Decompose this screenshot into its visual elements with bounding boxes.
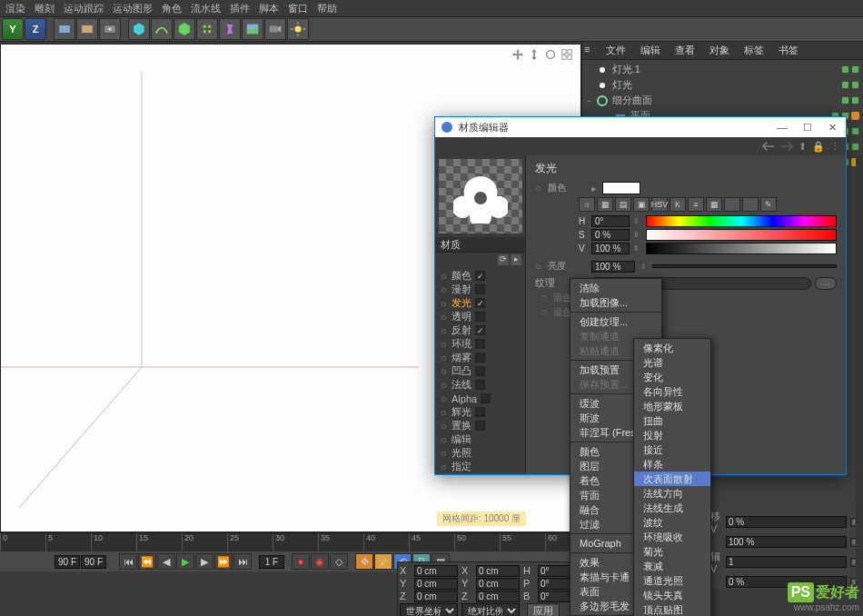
channel-row[interactable]: ○发光✓ (435, 296, 525, 310)
tab[interactable]: 编辑 (633, 42, 668, 59)
val-slider[interactable] (646, 243, 837, 254)
tab[interactable]: 文件 (599, 42, 633, 59)
channel-row[interactable]: ○漫射 (435, 283, 525, 296)
render-settings-icon[interactable] (99, 18, 121, 40)
picker-mode-button[interactable]: ▣ (633, 197, 650, 212)
channel-row[interactable]: ○透明 (435, 310, 525, 323)
menu-item[interactable]: 顶点贴图 (634, 602, 710, 616)
channel-checkbox[interactable]: ✓ (475, 271, 485, 281)
window-titlebar[interactable]: 材质编辑器 — ☐ ✕ (435, 117, 846, 137)
channel-row[interactable]: ○法线 (435, 378, 525, 392)
environment-icon[interactable] (242, 18, 263, 40)
channel-checkbox[interactable] (475, 366, 485, 376)
render-icon[interactable] (54, 18, 75, 40)
picker-mode-button[interactable]: HSV (651, 197, 668, 212)
light-icon[interactable] (287, 18, 309, 40)
minimize-button[interactable]: — (773, 122, 790, 134)
channel-checkbox[interactable] (475, 312, 485, 322)
current-frame-input[interactable] (259, 555, 284, 569)
vp-rotate-icon[interactable] (544, 48, 557, 61)
channel-row[interactable]: ○置换 (435, 419, 525, 432)
menu-item[interactable]: 清除 (570, 281, 661, 295)
picker-mode-button[interactable] (724, 197, 740, 212)
picker-mode-button[interactable]: ▦ (597, 197, 613, 212)
goto-start-icon[interactable]: ⏮ (119, 553, 137, 570)
nav-up-icon[interactable]: ⬆ (799, 141, 807, 153)
channel-row[interactable]: ○环境 (435, 337, 525, 351)
channel-row[interactable]: ○反射✓ (435, 323, 525, 337)
effects-submenu[interactable]: 像素化光谱变化各向异性地形蒙板扭曲投射接近样条次表面散射法线方向法线生成波纹环境… (633, 338, 711, 616)
menu-item[interactable]: 角色 (162, 2, 182, 15)
cube-icon[interactable] (128, 18, 150, 40)
nav-menu-icon[interactable]: ⋮ (830, 141, 840, 153)
deformer-icon[interactable] (219, 18, 241, 40)
channel-row[interactable]: ○颜色✓ (435, 269, 525, 283)
menu-item[interactable]: 像素化 (634, 341, 710, 355)
channel-checkbox[interactable] (475, 353, 485, 363)
sat-input[interactable] (591, 229, 630, 241)
menu-item[interactable]: 波纹 (634, 515, 710, 530)
menu-item[interactable]: 流水线 (191, 2, 221, 15)
camera-icon[interactable] (264, 18, 286, 40)
axis-z-button[interactable]: Z (25, 18, 46, 40)
channel-row[interactable]: ○Alpha (435, 392, 525, 405)
menu-item[interactable]: 法线方向 (634, 486, 710, 501)
spinner-icon[interactable]: ⇕ (633, 244, 642, 253)
spinner-icon[interactable]: ⇕ (633, 217, 642, 225)
channel-row[interactable]: ○烟雾 (435, 351, 525, 364)
goto-end-icon[interactable]: ⏭ (233, 553, 252, 570)
picker-mode-button[interactable]: ▤ (615, 197, 631, 212)
panel-menu-icon[interactable]: ≡ (582, 42, 599, 59)
picker-mode-button[interactable]: ▦ (706, 197, 722, 212)
menu-item[interactable]: 各向异性 (634, 384, 710, 399)
color-swatch[interactable] (602, 182, 640, 194)
menu-item[interactable]: 光谱 (634, 355, 710, 370)
tab[interactable]: 对象 (702, 42, 737, 59)
render-region-icon[interactable] (76, 18, 98, 40)
picker-mode-button[interactable]: K (670, 197, 686, 212)
object-row[interactable]: -细分曲面 (586, 93, 859, 108)
channel-checkbox[interactable] (475, 421, 485, 431)
channel-row[interactable]: ○编辑 (435, 432, 525, 446)
hue-input[interactable] (591, 215, 630, 227)
menu-item[interactable]: 雕刻 (35, 2, 55, 15)
coord-scale-select[interactable]: 绝对比例 (461, 603, 520, 616)
prev-frame-icon[interactable]: ◀ (157, 553, 175, 570)
channel-checkbox[interactable] (481, 393, 491, 403)
attr-input[interactable] (726, 536, 847, 548)
menu-item[interactable]: 通道光照 (634, 573, 710, 588)
nav-fwd-icon[interactable] (780, 141, 793, 152)
menu-item[interactable]: 窗口 (288, 2, 308, 15)
mat-tool-icon[interactable]: ⟳ (498, 254, 509, 265)
menu-item[interactable]: 扭曲 (634, 413, 710, 428)
attr-input[interactable] (726, 516, 847, 528)
brightness-slider[interactable] (652, 264, 837, 268)
menu-item[interactable]: 接近 (634, 442, 710, 457)
menu-item[interactable]: 加载图像... (570, 295, 661, 310)
vp-move-icon[interactable] (511, 48, 524, 61)
next-key-icon[interactable]: ⏩ (214, 553, 233, 570)
channel-checkbox[interactable]: ✓ (475, 298, 485, 308)
picker-mode-button[interactable]: ≡ (688, 197, 704, 212)
key-icon[interactable]: ◇ (330, 553, 348, 570)
menu-item[interactable]: 法线生成 (634, 501, 710, 515)
scrollbar[interactable] (856, 154, 863, 589)
menu-item[interactable]: 运动跟踪 (64, 2, 104, 15)
mat-tool-icon[interactable]: ▸ (511, 254, 521, 265)
maximize-button[interactable]: ☐ (799, 122, 816, 134)
prev-key-icon[interactable]: ⏪ (138, 553, 156, 570)
tab[interactable]: 书签 (771, 42, 806, 59)
channel-checkbox[interactable]: ✓ (475, 325, 485, 335)
menu-item[interactable]: 投射 (634, 428, 710, 442)
menu-item[interactable]: 帮助 (317, 2, 337, 15)
tab[interactable]: 查看 (668, 42, 702, 59)
channel-checkbox[interactable] (475, 407, 485, 417)
pos-z-input[interactable] (414, 591, 458, 602)
picker-mode-button[interactable]: ☼ (579, 197, 595, 212)
frame-end-input2[interactable] (81, 555, 106, 569)
menu-item[interactable]: 样条 (634, 457, 710, 472)
channel-row[interactable]: ○辉光 (435, 405, 525, 419)
menu-item[interactable]: 创建纹理... (570, 314, 661, 329)
menu-item[interactable]: 菊光 (634, 544, 710, 559)
channel-row[interactable]: ○光照 (435, 446, 525, 460)
